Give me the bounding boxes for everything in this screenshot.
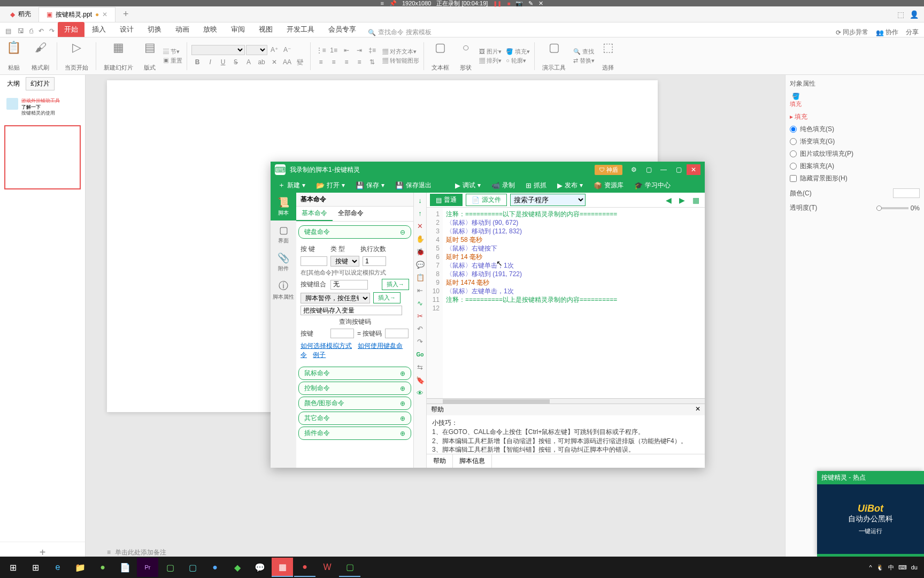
tb-scissors-icon[interactable]: ✂ bbox=[415, 310, 426, 321]
tb-wechat[interactable]: 💬 bbox=[249, 558, 271, 577]
skin-icon[interactable]: ▢ bbox=[642, 164, 656, 175]
redo-icon[interactable]: ↷ bbox=[47, 25, 57, 37]
arrange-button[interactable]: ▦ 排列▾ bbox=[479, 57, 502, 65]
menu-learn[interactable]: 🎓学习中心 bbox=[630, 179, 675, 192]
tb-comment-icon[interactable]: 💬 bbox=[415, 259, 426, 270]
bullet-list-icon[interactable]: ⋮≡ bbox=[315, 45, 327, 55]
minimize-icon[interactable]: — bbox=[657, 164, 671, 175]
tb-jump-icon[interactable]: ⇆ bbox=[415, 362, 426, 372]
menu-debug[interactable]: ▶调试▾ bbox=[451, 179, 485, 192]
key-input[interactable] bbox=[301, 256, 327, 266]
ribbon-tab-start[interactable]: 开始 bbox=[58, 22, 84, 37]
tb-hand-icon[interactable]: ✋ bbox=[415, 233, 426, 244]
menu-new[interactable]: ＋新建▾ bbox=[274, 179, 310, 192]
line-spacing-icon[interactable]: ‡≡ bbox=[366, 45, 378, 55]
tb-eye-icon[interactable]: 👁 bbox=[415, 387, 426, 398]
tb-delete-icon[interactable]: ✕ bbox=[415, 220, 426, 231]
nav-next-icon[interactable]: ▶ bbox=[677, 196, 687, 204]
close-tab-icon[interactable]: ✕ bbox=[102, 11, 107, 18]
tb-keyspirit[interactable]: ▢ bbox=[339, 558, 360, 577]
new-slide[interactable]: ▦新建幻灯片 bbox=[101, 40, 136, 73]
tb-edge[interactable]: e bbox=[47, 558, 68, 577]
search-commands[interactable]: 查找命令 bbox=[378, 28, 404, 37]
tray-up-icon[interactable]: ^ bbox=[869, 564, 872, 571]
transparency-slider[interactable] bbox=[876, 207, 908, 209]
ribbon-tab-member[interactable]: 会员专享 bbox=[322, 22, 363, 37]
ribbon-tab-review[interactable]: 审阅 bbox=[225, 22, 251, 37]
key-count-input[interactable] bbox=[363, 256, 386, 266]
pause-icon[interactable]: ❚❚ bbox=[493, 1, 502, 6]
paste-group[interactable]: 📋粘贴 bbox=[3, 40, 24, 73]
print-icon[interactable]: ⎙ bbox=[27, 25, 35, 37]
indent-increase-icon[interactable]: ⇥ bbox=[353, 45, 365, 55]
tb-premiere[interactable]: Pr bbox=[137, 558, 158, 577]
section-mouse[interactable]: 鼠标命令⊕ bbox=[298, 367, 411, 380]
link-example[interactable]: 例子 bbox=[313, 351, 326, 359]
side-props[interactable]: ⓘ脚本属性 bbox=[271, 276, 296, 304]
color-swatch[interactable] bbox=[893, 188, 920, 198]
insert-image-button[interactable]: 🖼 图片▾ bbox=[479, 48, 502, 56]
play-from-current[interactable]: ▷当页开始 bbox=[61, 40, 91, 73]
text-direction-icon[interactable]: ⇅ bbox=[366, 57, 378, 67]
lookup-key-input[interactable] bbox=[330, 329, 354, 338]
insert-pause-button[interactable]: 插入→ bbox=[373, 292, 401, 303]
ribbon-tab-animation[interactable]: 动画 bbox=[169, 22, 196, 37]
close-recorder-icon[interactable]: ✕ bbox=[538, 0, 543, 7]
tray-qq-icon[interactable]: 🐧 bbox=[876, 564, 884, 571]
settings-icon[interactable]: ⚙ bbox=[627, 164, 641, 175]
replace-button[interactable]: ⇄ 替换▾ bbox=[573, 57, 595, 65]
demo-tools-button[interactable]: ▢演示工具 bbox=[539, 40, 569, 73]
camera-icon[interactable]: 📷 bbox=[515, 0, 523, 7]
clear-format-icon[interactable]: ✕ bbox=[268, 57, 280, 67]
tab-active-doc[interactable]: ▣按键精灵.ppt ● ✕ bbox=[38, 7, 116, 22]
strike-icon[interactable]: S̶ bbox=[230, 57, 242, 67]
section-control[interactable]: 控制命令⊕ bbox=[298, 382, 411, 395]
share-button[interactable]: 分享 bbox=[906, 28, 919, 37]
horiz-scrollbar[interactable] bbox=[443, 399, 550, 404]
italic-icon[interactable]: I bbox=[204, 57, 216, 67]
layout-button[interactable]: ▤版式 bbox=[141, 40, 159, 73]
sync-status[interactable]: ⟳同步异常 bbox=[836, 28, 868, 37]
key-type-select[interactable]: 按键 bbox=[330, 256, 359, 267]
select-button[interactable]: ⬚选择 bbox=[599, 40, 617, 73]
tb-search[interactable]: ⊞ bbox=[25, 558, 46, 577]
tb-indent-icon[interactable]: ⇤ bbox=[415, 285, 426, 295]
undo-icon[interactable]: ↶ bbox=[36, 25, 46, 37]
decrease-font-icon[interactable]: A⁻ bbox=[281, 45, 293, 55]
view-source-tab[interactable]: 📄 源文件 bbox=[466, 194, 507, 206]
basic-cmd-tab[interactable]: 基本命令 bbox=[296, 207, 333, 221]
ribbon-tab-view[interactable]: 视图 bbox=[252, 22, 279, 37]
avatar-icon[interactable]: 👤 bbox=[910, 10, 919, 19]
pause-select[interactable]: 脚本暂停，按任意键继续 bbox=[301, 293, 370, 303]
help-close-icon[interactable]: ✕ bbox=[695, 405, 700, 414]
radio-gradient[interactable] bbox=[790, 138, 797, 145]
close-icon[interactable]: ✕ bbox=[687, 164, 700, 175]
menu-open[interactable]: 📂打开▾ bbox=[312, 179, 349, 192]
outline-button[interactable]: ○ 轮廓▾ bbox=[506, 57, 530, 65]
section-plugin[interactable]: 插件命令⊕ bbox=[298, 427, 411, 440]
section-color[interactable]: 颜色/图形命令⊕ bbox=[298, 397, 411, 410]
outline-tab[interactable]: 大纲 bbox=[2, 77, 25, 90]
tb-wave-icon[interactable]: ∿ bbox=[415, 298, 426, 308]
lookup-code-input[interactable] bbox=[385, 329, 409, 338]
ribbon-tab-design[interactable]: 设计 bbox=[113, 22, 140, 37]
help-tab-info[interactable]: 脚本信息 bbox=[453, 454, 492, 468]
align-text-button[interactable]: ▦ 对齐文本▾ bbox=[382, 48, 419, 56]
tb-app3[interactable]: ◆ bbox=[227, 558, 248, 577]
tb-bug-icon[interactable]: 🐞 bbox=[415, 246, 426, 257]
char-effects-icon[interactable]: AA bbox=[281, 57, 293, 67]
format-painter[interactable]: 🖌格式刷 bbox=[28, 40, 52, 73]
tb-redo-icon[interactable]: ↷ bbox=[415, 336, 426, 347]
tray-input-icon[interactable]: ⌨ bbox=[898, 564, 907, 571]
nav-menu-icon[interactable]: ▦ bbox=[690, 196, 702, 204]
ribbon-tab-insert[interactable]: 插入 bbox=[86, 22, 112, 37]
pin-icon[interactable]: 📌 bbox=[389, 0, 397, 7]
highlight-icon[interactable]: ab bbox=[256, 57, 267, 67]
keyspirit-titlebar[interactable]: ⌨ 我录制的脚本1-按键精灵 🛡 神盾 ⚙ ▢ — ▢ ✕ bbox=[271, 162, 705, 178]
tb-bookmark-icon[interactable]: 🔖 bbox=[415, 375, 426, 385]
menu-save-exit[interactable]: 💾保存退出 bbox=[391, 179, 436, 192]
shape-button[interactable]: ○形状 bbox=[457, 40, 475, 73]
float-ad[interactable]: 按键精灵 - 热点 UiBot 自动办公黑科 一键运行 bbox=[817, 471, 924, 557]
tb-wps[interactable]: ▦ bbox=[272, 558, 293, 577]
tab-docer[interactable]: ◆稻壳 bbox=[3, 7, 38, 21]
